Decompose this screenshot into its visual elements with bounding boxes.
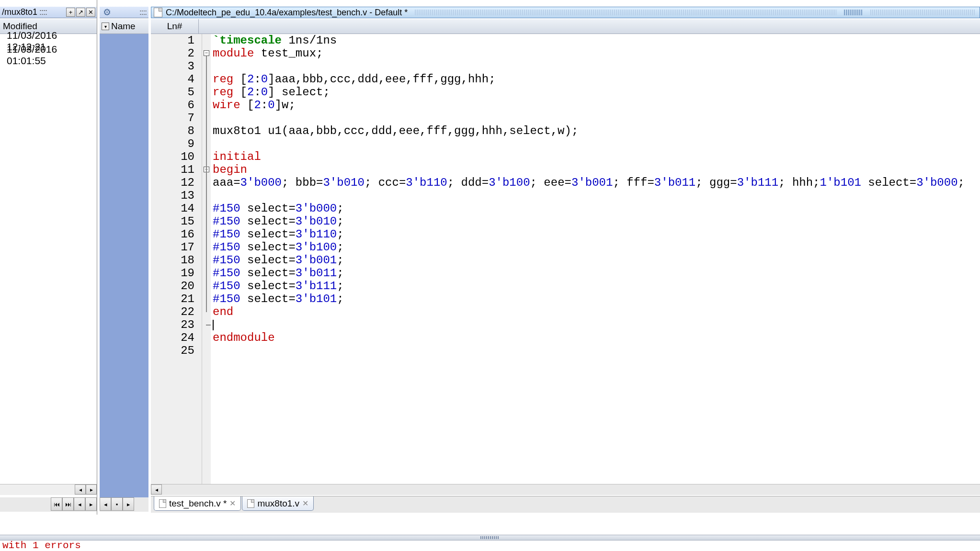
file-browser-titlebar: /mux8to1 :::: + ↗ ✕ <box>0 7 97 18</box>
file-icon <box>154 8 162 17</box>
code-line[interactable]: begin <box>213 163 980 176</box>
editor-titlebar[interactable]: C:/Modeltech_pe_edu_10.4a/examples/test_… <box>151 7 980 18</box>
file-browser-title: /mux8to1 <box>2 7 37 17</box>
code-line[interactable]: #150 select=3'b010; <box>213 215 980 228</box>
code-line[interactable]: initial <box>213 150 980 163</box>
code-line[interactable] <box>213 318 980 331</box>
code-line[interactable]: module test_mux; <box>213 47 980 60</box>
code-line[interactable]: #150 select=3'b100; <box>213 241 980 254</box>
structure-column-header[interactable]: ▾ Name <box>100 19 148 34</box>
dots-icon: :::: <box>139 8 148 17</box>
code-area[interactable]: `timescale 1ns/1nsmodule test_mux;reg [2… <box>211 34 980 484</box>
file-list: 11/03/2016 12:12:21 11/03/2016 01:01:55 <box>0 34 97 62</box>
code-editor[interactable]: 1234567891011121314151617181920212223242… <box>151 34 980 484</box>
splitter[interactable] <box>0 535 980 540</box>
dots-icon: :::: <box>37 7 47 17</box>
code-line[interactable] <box>213 112 980 124</box>
text-cursor <box>213 320 214 330</box>
editor-panel: C:/Modeltech_pe_edu_10.4a/examples/test_… <box>151 0 980 515</box>
structure-body[interactable] <box>100 34 148 512</box>
titlebar-stripe <box>870 10 976 15</box>
tab-navigation: ◂ ▪ ▸ <box>100 497 148 512</box>
console-output: with 1 errors <box>2 540 81 551</box>
add-icon[interactable]: + <box>66 8 75 17</box>
code-line[interactable]: #150 select=3'b110; <box>213 228 980 241</box>
tab-label: test_bench.v * <box>169 498 227 509</box>
structure-panel: ⚙ :::: ▾ Name ◂ ▪ ▸ <box>100 0 148 515</box>
file-row[interactable]: 11/03/2016 01:01:55 <box>0 48 97 62</box>
editor-tabs: test_bench.v * ✕ mux8to1.v ✕ <box>151 496 980 513</box>
tab-next-icon[interactable]: ▸ <box>123 497 134 511</box>
code-line[interactable] <box>213 344 980 357</box>
code-line[interactable]: endmodule <box>213 331 980 344</box>
close-icon[interactable]: ✕ <box>229 499 236 508</box>
editor-file-path: C:/Modeltech_pe_edu_10.4a/examples/test_… <box>166 8 408 18</box>
fold-column[interactable]: −− <box>202 34 211 484</box>
fold-toggle-icon[interactable]: − <box>204 50 209 56</box>
horizontal-scrollbar[interactable]: ◂ <box>151 484 980 495</box>
code-line[interactable]: mux8to1 u1(aaa,bbb,ccc,ddd,eee,fff,ggg,h… <box>213 124 980 137</box>
code-line[interactable] <box>213 60 980 73</box>
code-line[interactable]: wire [2:0]w; <box>213 99 980 112</box>
scroll-left-icon[interactable]: ◂ <box>75 484 86 495</box>
code-line[interactable]: reg [2:0] select; <box>213 86 980 99</box>
dropdown-icon[interactable]: ▾ <box>102 22 109 30</box>
close-icon[interactable]: ✕ <box>86 8 95 17</box>
grip-icon[interactable] <box>844 10 863 15</box>
popout-icon[interactable]: ↗ <box>76 8 85 17</box>
grip-icon <box>480 536 500 539</box>
tab-next-icon[interactable]: ▸ <box>85 497 97 511</box>
code-line[interactable]: #150 select=3'b001; <box>213 254 980 267</box>
tab-test-bench[interactable]: test_bench.v * ✕ <box>154 496 241 511</box>
code-line[interactable]: aaa=3'b000; bbb=3'b010; ccc=3'b110; ddd=… <box>213 176 980 189</box>
code-line[interactable]: #150 select=3'b101; <box>213 292 980 305</box>
code-line[interactable]: #150 select=3'b111; <box>213 280 980 292</box>
horizontal-scrollbar[interactable]: ◂ ▸ <box>0 484 97 495</box>
tab-mux8to1[interactable]: mux8to1.v ✕ <box>242 496 314 511</box>
scroll-left-icon[interactable]: ◂ <box>151 484 162 495</box>
column-name: Name <box>111 21 136 32</box>
tab-prev-all-icon[interactable]: ⏮ <box>51 497 62 511</box>
code-line[interactable] <box>213 137 980 150</box>
tab-next-all-icon[interactable]: ⏭ <box>62 497 74 511</box>
file-icon <box>247 499 254 508</box>
tab-prev-icon[interactable]: ◂ <box>74 497 85 511</box>
code-line[interactable]: end <box>213 305 980 318</box>
close-icon[interactable]: ✕ <box>302 499 308 508</box>
file-browser-panel: /mux8to1 :::: + ↗ ✕ Modified 11/03/2016 … <box>0 0 97 515</box>
code-line[interactable] <box>213 189 980 202</box>
code-line[interactable]: reg [2:0]aaa,bbb,ccc,ddd,eee,fff,ggg,hhh… <box>213 73 980 86</box>
tab-prev-icon[interactable]: ◂ <box>100 497 111 511</box>
column-line-number[interactable]: Ln# <box>151 19 199 34</box>
tab-navigation: ⏮ ⏭ ◂ ▸ <box>0 497 97 512</box>
tab-label: mux8to1.v <box>257 498 299 509</box>
scroll-right-icon[interactable]: ▸ <box>86 484 97 495</box>
editor-column-header: Ln# <box>151 19 980 34</box>
structure-titlebar: ⚙ :::: <box>100 7 148 18</box>
code-line[interactable]: #150 select=3'b011; <box>213 267 980 280</box>
gear-icon[interactable]: ⚙ <box>102 7 112 18</box>
tab-current-icon[interactable]: ▪ <box>111 497 123 511</box>
line-number-gutter: 1234567891011121314151617181920212223242… <box>151 34 202 484</box>
code-line[interactable]: `timescale 1ns/1ns <box>213 34 980 47</box>
titlebar-stripe <box>415 10 837 15</box>
file-icon <box>159 499 166 508</box>
code-line[interactable]: #150 select=3'b000; <box>213 202 980 215</box>
